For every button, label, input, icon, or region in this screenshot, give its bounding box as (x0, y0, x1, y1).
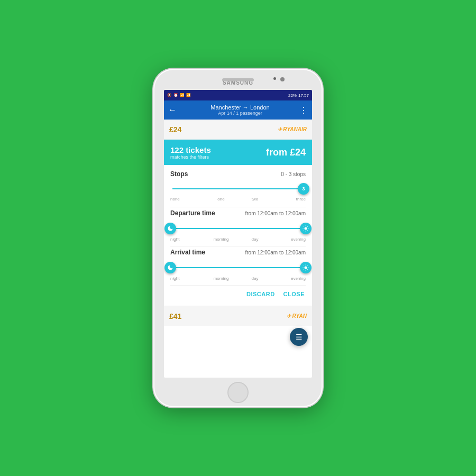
arrival-right-thumb[interactable] (300, 262, 312, 273)
svg-line-8 (307, 226, 308, 227)
stops-value: 0 - 3 stops (281, 171, 306, 177)
stops-label: Stops (170, 170, 188, 178)
arrival-label-day: day (238, 276, 272, 281)
stops-section: Stops 0 - 3 stops 3 none one two three (170, 170, 306, 202)
signal-icon: 📶 (186, 93, 191, 97)
home-button[interactable] (227, 382, 249, 403)
moon-icon-arrival (167, 264, 173, 271)
filter-count-block: 122 tickets matches the filters (170, 145, 211, 160)
departure-label-day: day (238, 237, 272, 242)
svg-line-3 (304, 226, 304, 227)
departure-label-night: night (170, 237, 204, 242)
nav-subtitle: Apr 14 / 1 passenger (181, 111, 299, 116)
stops-label-three: three (272, 197, 306, 202)
arrival-label: Arrival time (170, 249, 205, 256)
ticket-price-top: £24 (169, 125, 181, 134)
status-left-icons: 🔇 ⏰ 📶 📶 (167, 93, 191, 97)
filter-actions: DISCARD CLOSE (170, 285, 306, 301)
divider-2 (170, 246, 306, 246)
stops-slider[interactable]: 3 (170, 181, 306, 197)
stops-label-one: one (204, 197, 238, 202)
nav-title-block: Manchester → London Apr 14 / 1 passenger (181, 104, 299, 116)
stops-label-two: two (238, 197, 272, 202)
svg-line-12 (304, 266, 304, 266)
departure-header: Departure time from 12:00am to 12:00am (170, 209, 306, 217)
arrival-track-active (170, 267, 306, 268)
filter-count: 122 tickets (170, 145, 211, 154)
status-right-info: 22% 17:57 (288, 93, 309, 98)
ticket-price-bottom: £41 (169, 312, 181, 321)
arrival-time-section: Arrival time from 12:00am to 12:00am nig… (170, 249, 306, 281)
wifi-icon: 📶 (180, 93, 185, 97)
sensor (273, 77, 276, 80)
svg-line-4 (307, 230, 308, 231)
screen: 🔇 ⏰ 📶 📶 22% 17:57 ← Manchester → London … (164, 90, 312, 378)
discard-button[interactable]: DISCARD (245, 289, 276, 299)
battery-level: 22% (288, 93, 297, 98)
departure-time-section: Departure time from 12:00am to 12:00am (170, 209, 306, 242)
filter-icon: ☰ (296, 333, 303, 341)
filter-panel: Stops 0 - 3 stops 3 none one two three (164, 165, 312, 306)
arrival-header: Arrival time from 12:00am to 12:00am (170, 249, 306, 256)
front-camera (280, 77, 285, 81)
divider-1 (170, 207, 306, 207)
stops-header: Stops 0 - 3 stops (170, 170, 306, 178)
alarm-icon: ⏰ (173, 93, 178, 97)
arrival-label-evening: evening (272, 276, 306, 281)
speaker (222, 78, 254, 81)
departure-label-evening: evening (272, 237, 306, 242)
svg-line-17 (307, 266, 308, 266)
phone-device: SAMSUNG 🔇 ⏰ 📶 📶 22% 17:57 ← Manchester →… (153, 69, 323, 407)
arrival-time-labels: night morning day evening (170, 276, 306, 281)
moon-icon-departure (167, 225, 173, 232)
ryanair-logo-top: ✈ RYANAIR (278, 126, 307, 132)
filter-match-text: matches the filters (170, 154, 211, 160)
back-button[interactable]: ← (168, 105, 177, 115)
stops-track-active (172, 188, 304, 189)
filter-summary-bar: 122 tickets matches the filters from £24 (164, 140, 312, 165)
status-bar: 🔇 ⏰ 📶 📶 22% 17:57 (164, 90, 312, 100)
more-options-button[interactable]: ⋮ (299, 105, 308, 115)
nav-title: Manchester → London (181, 104, 299, 111)
sun-icon-arrival (303, 264, 309, 271)
arrival-left-thumb[interactable] (164, 262, 176, 273)
departure-label: Departure time (170, 209, 215, 217)
ticket-strip-top: £24 ✈ RYANAIR (164, 120, 312, 140)
departure-left-thumb[interactable] (164, 223, 176, 234)
arrival-value: from 12:00am to 12:00am (245, 250, 306, 255)
mute-icon: 🔇 (167, 93, 172, 97)
departure-right-thumb[interactable] (300, 223, 312, 234)
svg-line-7 (304, 230, 304, 231)
departure-track-active (170, 228, 306, 229)
svg-line-16 (304, 269, 304, 270)
nav-bar: ← Manchester → London Apr 14 / 1 passeng… (164, 100, 312, 120)
svg-point-0 (305, 227, 307, 230)
arrival-label-night: night (170, 276, 204, 281)
stops-labels: none one two three (170, 197, 306, 202)
ryanair-logo-bottom: ✈ RYAN (287, 313, 307, 319)
filter-from-price: from £24 (266, 147, 306, 158)
stops-thumb[interactable]: 3 (298, 183, 309, 195)
departure-label-morning: morning (204, 237, 238, 242)
phone-top-bar: SAMSUNG (153, 75, 323, 90)
svg-point-9 (305, 267, 307, 269)
svg-line-13 (307, 269, 308, 270)
departure-time-labels: night morning day evening (170, 237, 306, 242)
ticket-strip-bottom: £41 ✈ RYAN (164, 306, 312, 326)
arrival-slider[interactable] (170, 259, 306, 276)
departure-slider[interactable] (170, 220, 306, 237)
arrival-label-morning: morning (204, 276, 238, 281)
filter-fab-button[interactable]: ☰ (290, 328, 308, 346)
close-button[interactable]: CLOSE (282, 289, 306, 299)
stops-label-none: none (170, 197, 204, 202)
clock: 17:57 (298, 93, 309, 98)
departure-value: from 12:00am to 12:00am (245, 210, 306, 216)
sun-icon-departure (303, 225, 309, 232)
